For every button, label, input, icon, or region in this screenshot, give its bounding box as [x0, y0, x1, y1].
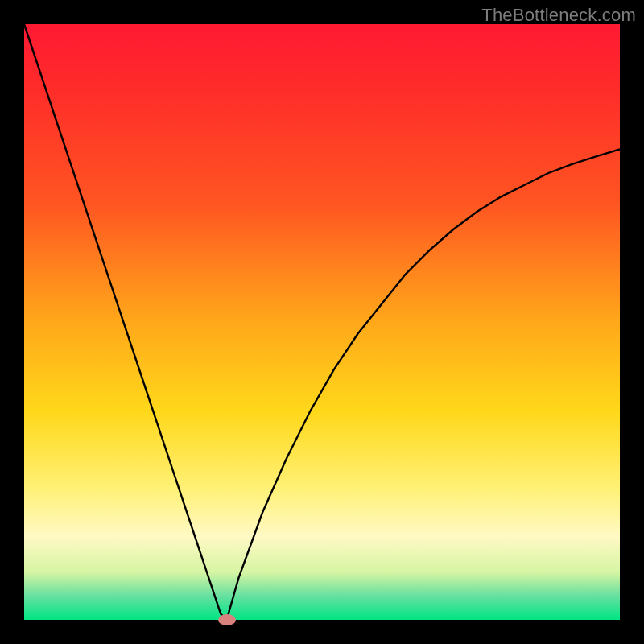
- curve-path: [24, 24, 620, 620]
- min-point-marker: [218, 614, 236, 625]
- bottleneck-curve: [24, 24, 620, 620]
- plot-area: [24, 24, 620, 620]
- chart-frame: TheBottleneck.com: [0, 0, 644, 644]
- watermark-label: TheBottleneck.com: [481, 5, 636, 26]
